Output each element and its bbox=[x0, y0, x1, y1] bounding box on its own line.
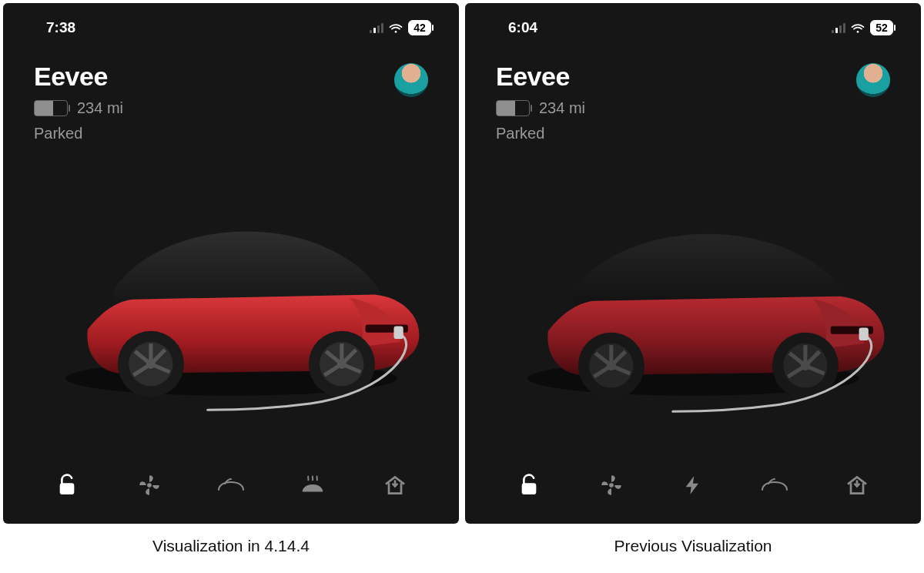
homelink-button[interactable] bbox=[372, 467, 418, 504]
caption-right: Previous Visualization bbox=[462, 527, 924, 570]
signal-icon bbox=[832, 22, 845, 33]
vehicle-battery-icon bbox=[34, 100, 68, 116]
frunk-icon bbox=[216, 474, 246, 497]
wifi-icon bbox=[850, 22, 865, 34]
svg-point-41 bbox=[609, 483, 614, 488]
svg-point-20 bbox=[147, 483, 152, 488]
vehicle-battery-icon bbox=[496, 100, 530, 116]
quick-actions-bar bbox=[465, 453, 921, 524]
svg-rect-18 bbox=[393, 326, 403, 338]
vehicle-state: Parked bbox=[496, 125, 585, 142]
range-row: 234 mi bbox=[34, 99, 123, 117]
homelink-icon bbox=[845, 473, 869, 498]
status-time: 6:04 bbox=[508, 19, 537, 36]
status-right-cluster: 42 bbox=[370, 20, 431, 35]
vehicle-name: Eevee bbox=[34, 62, 123, 92]
app-header: Eevee 234 mi Parked bbox=[3, 40, 459, 142]
frunk-button[interactable] bbox=[208, 467, 254, 504]
status-bar: 7:38 42 bbox=[3, 3, 459, 40]
comparison-row: 7:38 42 Eevee 234 mi Parked bbox=[0, 0, 924, 527]
frunk-button[interactable] bbox=[752, 467, 798, 504]
homelink-icon bbox=[383, 473, 407, 498]
avatar[interactable] bbox=[856, 63, 890, 97]
svg-rect-19 bbox=[60, 483, 75, 494]
app-panel-right: 6:04 52 Eevee 234 mi Parked bbox=[465, 3, 921, 524]
app-header: Eevee 234 mi Parked bbox=[465, 40, 921, 142]
frunk-icon bbox=[759, 474, 790, 497]
unlock-icon bbox=[55, 473, 79, 498]
homelink-button[interactable] bbox=[834, 467, 880, 504]
quick-actions-bar bbox=[3, 453, 459, 524]
avatar[interactable] bbox=[394, 63, 428, 97]
svg-rect-40 bbox=[522, 483, 537, 494]
caption-left: Visualization in 4.14.4 bbox=[0, 527, 462, 570]
device-battery-badge: 52 bbox=[870, 20, 893, 35]
bolt-icon bbox=[682, 472, 704, 498]
vehicle-visualization[interactable] bbox=[465, 142, 921, 453]
lock-button[interactable] bbox=[506, 467, 552, 504]
fan-icon bbox=[136, 472, 162, 498]
defrost-button[interactable] bbox=[290, 467, 336, 504]
range-row: 234 mi bbox=[496, 99, 585, 117]
svg-rect-39 bbox=[859, 327, 868, 340]
lock-button[interactable] bbox=[44, 467, 90, 504]
defrost-icon bbox=[298, 473, 327, 498]
vehicle-visualization[interactable] bbox=[3, 142, 459, 453]
vehicle-state: Parked bbox=[34, 125, 123, 142]
captions-row: Visualization in 4.14.4 Previous Visuali… bbox=[0, 527, 924, 570]
vehicle-name: Eevee bbox=[496, 62, 585, 92]
unlock-icon bbox=[517, 473, 541, 498]
range-value: 234 mi bbox=[77, 99, 123, 117]
signal-icon bbox=[370, 22, 383, 33]
wifi-icon bbox=[388, 22, 403, 34]
fan-icon bbox=[598, 472, 624, 498]
charge-button[interactable] bbox=[670, 467, 716, 504]
climate-button[interactable] bbox=[126, 467, 172, 504]
status-right-cluster: 52 bbox=[832, 20, 893, 35]
wheel-front bbox=[117, 331, 183, 397]
status-time: 7:38 bbox=[46, 19, 75, 36]
climate-button[interactable] bbox=[588, 467, 634, 504]
range-value: 234 mi bbox=[539, 99, 585, 117]
device-battery-badge: 42 bbox=[408, 20, 431, 35]
status-bar: 6:04 52 bbox=[465, 3, 921, 40]
app-panel-left: 7:38 42 Eevee 234 mi Parked bbox=[3, 3, 459, 524]
